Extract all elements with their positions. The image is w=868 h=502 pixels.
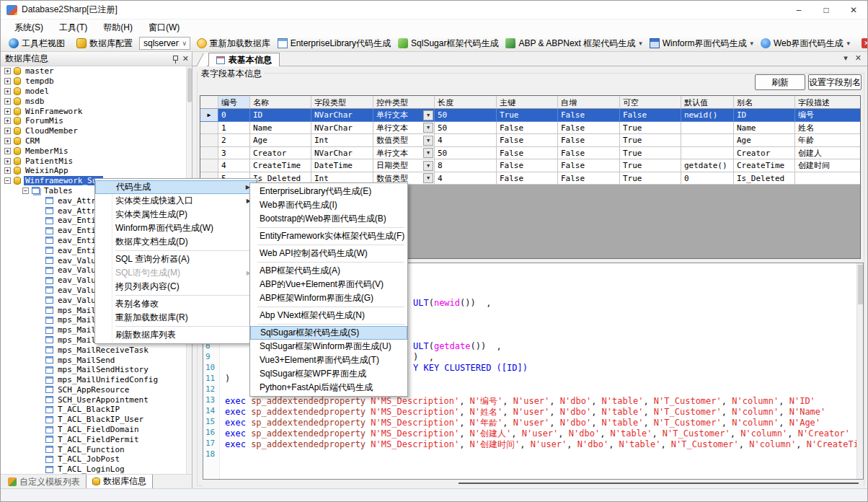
context-menu-item-6[interactable]: SQL 查询分析器(A) <box>95 252 257 266</box>
submenu-item-4[interactable]: EntityFramework实体框架代码生成(F) <box>250 229 407 243</box>
tree-item-table[interactable]: T_ACL_Function <box>1 444 186 454</box>
submenu-item-12[interactable]: Abp VNext框架代码生成(N) <box>250 309 407 322</box>
grid-cell[interactable]: False <box>558 109 620 122</box>
context-menu-item-0[interactable]: 代码生成▶ <box>95 180 257 194</box>
grid-cell[interactable]: False <box>558 147 620 160</box>
grid-cell[interactable]: 50 <box>435 109 497 122</box>
context-menu-item-4[interactable]: 数据库文档生成(D) <box>95 235 257 249</box>
grid-cell[interactable]: False <box>558 122 620 135</box>
expand-icon[interactable]: + <box>4 78 11 84</box>
grid-cell[interactable]: 单行文本▼ <box>373 122 435 135</box>
tree-item-table[interactable]: T_ACL_BlackIP <box>1 405 186 415</box>
tree-item-database[interactable]: +msdb <box>1 96 186 106</box>
grid-cell[interactable]: Int <box>311 134 373 147</box>
pin-icon[interactable] <box>172 55 178 63</box>
combo-dropdown-icon[interactable]: ▼ <box>423 161 433 171</box>
bottom-tab-0[interactable]: 自定义模板列表 <box>2 475 86 489</box>
bottom-tab-1[interactable]: 数据库信息 <box>86 475 153 489</box>
grid-cell[interactable]: 8 <box>435 159 497 172</box>
submenu-item-2[interactable]: Bootstrap的Web界面代码生成(B) <box>250 212 407 226</box>
expand-icon[interactable]: + <box>4 148 11 154</box>
grid-cell[interactable]: False <box>497 147 558 160</box>
minimize-button[interactable]: – <box>785 1 812 19</box>
grid-row-header[interactable] <box>200 147 218 160</box>
grid-cell[interactable]: True <box>620 147 681 160</box>
tree-item-database[interactable]: +CloudMember <box>1 126 186 136</box>
grid-cell[interactable]: False <box>558 159 620 172</box>
context-menu-item-10[interactable]: 表别名修改 <box>95 297 257 311</box>
grid-cell[interactable]: 创建人 <box>795 147 861 160</box>
grid-cell[interactable] <box>681 122 734 135</box>
submenu-item-18[interactable]: Python+FastApi后端代码生成 <box>250 381 407 395</box>
grid-cell[interactable]: ID <box>734 109 795 122</box>
context-menu-item-8[interactable]: 拷贝列表内容(C) <box>95 280 257 294</box>
grid-cell[interactable]: newid() <box>681 109 734 122</box>
context-menu-item-13[interactable]: 刷新数据库列表 <box>95 328 257 342</box>
grid-cell[interactable]: True <box>620 172 681 185</box>
tree-item-database[interactable]: +model <box>1 87 186 97</box>
submenu-item-1[interactable]: Web界面代码生成(I) <box>250 198 407 212</box>
grid-cell[interactable]: 年龄 <box>795 134 861 147</box>
grid-cell[interactable]: False <box>620 109 681 122</box>
grid-column-header[interactable]: 控件类型 <box>373 96 435 109</box>
editor-hscrollbar[interactable] <box>203 480 864 486</box>
panel-close-icon[interactable]: ✕ <box>182 55 189 63</box>
grid-cell[interactable]: Name <box>250 122 311 135</box>
tree-item-table[interactable]: T_ACL_FieldPermit <box>1 434 186 444</box>
grid-cell[interactable]: Name <box>734 122 795 135</box>
grid-cell[interactable]: False <box>497 172 558 185</box>
submenu-item-0[interactable]: EnterpriseLibrary代码生成(E) <box>250 185 407 198</box>
grid-cell[interactable]: Age <box>734 134 795 147</box>
grid-cell[interactable]: 1 <box>218 122 250 135</box>
expand-icon[interactable]: + <box>4 167 11 174</box>
chevron-down-icon[interactable]: ▾ <box>639 40 642 47</box>
toolbar-view-button[interactable]: 工具栏视图 <box>5 36 68 51</box>
database-config-button[interactable]: 数据库配置 <box>73 36 136 51</box>
grid-cell[interactable]: 0 <box>218 109 250 122</box>
grid-column-header[interactable]: 默认值 <box>681 96 734 109</box>
grid-cell[interactable]: 姓名 <box>795 122 861 135</box>
expand-icon[interactable]: + <box>4 158 11 164</box>
grid-column-header[interactable]: 别名 <box>734 96 795 109</box>
grid-cell[interactable]: 日期类型▼ <box>373 159 435 172</box>
grid-column-header[interactable]: 字段描述 <box>795 96 861 109</box>
grid-cell[interactable]: 单行文本▼ <box>373 109 435 122</box>
chevron-down-icon[interactable]: ▾ <box>843 53 848 63</box>
submenu-item-9[interactable]: ABP的Vue+Element界面代码(V) <box>250 278 407 291</box>
grid-cell[interactable] <box>681 134 734 147</box>
grid-cell[interactable]: 50 <box>435 122 497 135</box>
grid-row-header[interactable] <box>200 122 218 135</box>
grid-cell[interactable]: ID <box>250 109 311 122</box>
grid-cell[interactable]: 4 <box>435 172 497 185</box>
context-menu-item-3[interactable]: Winform界面代码生成(W) <box>95 221 257 235</box>
grid-column-header[interactable]: 编号 <box>218 96 250 109</box>
tree-scrollbar-thumb[interactable] <box>187 68 192 102</box>
expand-icon[interactable]: + <box>4 68 11 74</box>
grid-cell[interactable]: DateTime <box>311 159 373 172</box>
collapse-icon[interactable]: − <box>4 177 11 184</box>
combo-dropdown-icon[interactable]: ▼ <box>423 123 433 133</box>
close-document-icon[interactable]: ✕ <box>855 53 862 63</box>
menubar-item-0[interactable]: 系统(S) <box>6 19 51 36</box>
expand-icon[interactable]: + <box>4 138 11 144</box>
menubar-item-1[interactable]: 工具(T) <box>51 19 95 36</box>
tree-item-table[interactable]: T_ACL_BlackIP_User <box>1 415 186 425</box>
grid-cell[interactable]: True <box>620 134 681 147</box>
grid-row-header[interactable] <box>200 159 218 172</box>
submenu-item-6[interactable]: Web API控制器代码生成(W) <box>250 247 407 260</box>
context-menu-item-1[interactable]: 实体类生成快速入口▶ <box>95 194 257 208</box>
tree-item-database[interactable]: +master <box>1 66 186 76</box>
tree-item-database[interactable]: +tempdb <box>1 76 186 87</box>
grid-cell[interactable]: True <box>620 122 681 135</box>
tree-item-database[interactable]: +ForumMis <box>1 116 186 126</box>
tree-item-database[interactable]: +PatientMis <box>1 156 186 166</box>
grid-column-header[interactable]: 字段类型 <box>311 96 373 109</box>
expand-icon[interactable]: + <box>4 128 11 134</box>
editor-vscrollbar-thumb[interactable] <box>858 265 863 304</box>
tab-table-basic-info[interactable]: 表基本信息 <box>208 53 280 66</box>
grid-cell[interactable]: False <box>558 134 620 147</box>
grid-cell[interactable]: 3 <box>218 147 250 160</box>
tree-item-database[interactable]: +CRM <box>1 136 186 146</box>
grid-column-header[interactable]: 自增 <box>558 96 620 109</box>
tree-item-table[interactable]: mps_MailUnifiedConfig <box>1 375 186 385</box>
